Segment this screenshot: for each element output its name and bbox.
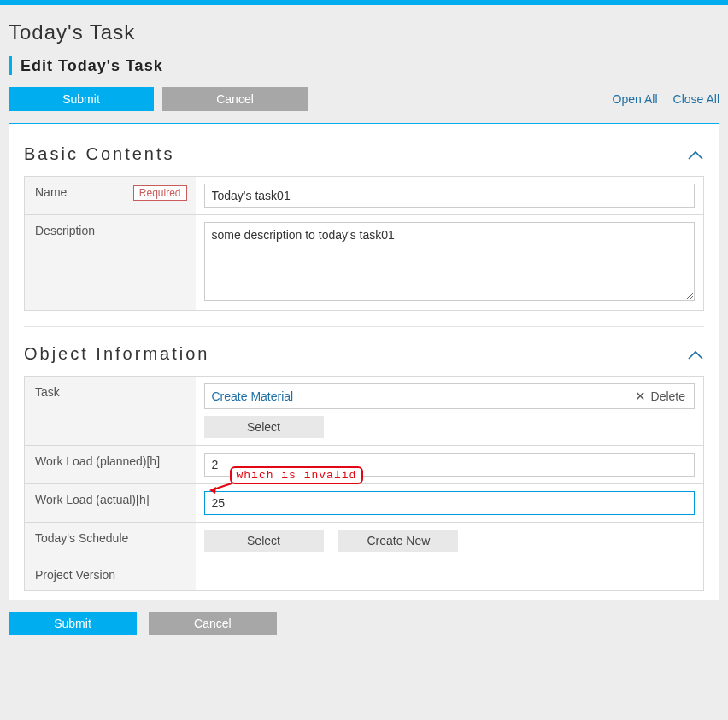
cancel-button-footer[interactable]: Cancel bbox=[149, 612, 277, 635]
collapse-basic-contents-icon[interactable] bbox=[687, 149, 704, 160]
label-workload-planned: Work Load (planned)[h] bbox=[25, 446, 196, 484]
task-link[interactable]: Create Material bbox=[212, 389, 294, 403]
section-separator bbox=[24, 326, 704, 327]
schedule-select-button[interactable]: Select bbox=[204, 530, 324, 552]
section-title-basic-contents: Basic Contents bbox=[24, 144, 175, 164]
edit-title-accent bbox=[9, 56, 12, 75]
schedule-create-new-button[interactable]: Create New bbox=[338, 530, 458, 552]
project-version-value bbox=[196, 559, 704, 591]
annotation-callout: which is invalid bbox=[230, 466, 364, 484]
task-select-button[interactable]: Select bbox=[204, 416, 324, 438]
label-workload-actual: Work Load (actual)[h] bbox=[25, 484, 196, 523]
edit-title: Edit Today's Task bbox=[21, 57, 163, 75]
description-textarea[interactable]: some description to today's task01 bbox=[204, 222, 696, 301]
label-name-text: Name bbox=[35, 185, 67, 199]
submit-button-footer[interactable]: Submit bbox=[9, 612, 137, 635]
open-all-link[interactable]: Open All bbox=[613, 92, 658, 106]
basic-contents-table: Name Required Description some descripti… bbox=[24, 176, 704, 311]
collapse-object-information-icon[interactable] bbox=[687, 349, 704, 360]
annotation-arrow-icon bbox=[206, 480, 235, 495]
label-name: Name Required bbox=[25, 177, 196, 215]
page-title: Today's Task bbox=[0, 5, 728, 56]
label-todays-schedule: Today's Schedule bbox=[25, 523, 196, 559]
workload-actual-input[interactable] bbox=[204, 491, 696, 515]
submit-button[interactable]: Submit bbox=[9, 87, 154, 111]
cancel-button[interactable]: Cancel bbox=[162, 87, 308, 111]
section-header-basic-contents: Basic Contents bbox=[24, 139, 704, 176]
task-info-row: Create Material ✕ Delete bbox=[204, 383, 696, 409]
label-task: Task bbox=[25, 377, 196, 446]
close-icon: ✕ bbox=[635, 389, 646, 404]
label-project-version: Project Version bbox=[25, 559, 196, 591]
name-input[interactable] bbox=[204, 184, 696, 208]
close-all-link[interactable]: Close All bbox=[673, 92, 719, 106]
object-information-table: Task Create Material ✕ Delete Select bbox=[24, 376, 704, 591]
task-delete-button[interactable]: ✕ Delete bbox=[635, 389, 685, 404]
label-description: Description bbox=[25, 215, 196, 311]
required-badge: Required bbox=[133, 185, 187, 201]
section-title-object-information: Object Information bbox=[24, 344, 209, 364]
section-header-object-information: Object Information bbox=[24, 339, 704, 376]
main-panel: Basic Contents Name Required Description… bbox=[9, 124, 719, 600]
task-delete-label: Delete bbox=[651, 389, 685, 403]
